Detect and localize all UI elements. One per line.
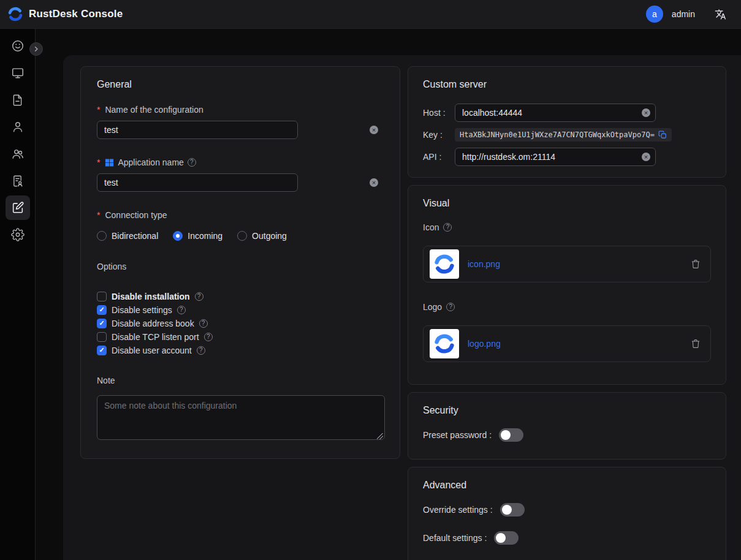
gear-icon	[11, 228, 25, 241]
logo-upload-box: logo.png	[423, 325, 711, 362]
header: RustDesk Console a admin	[0, 0, 741, 29]
required-marker	[97, 210, 101, 220]
sidebar-item-devices[interactable]	[6, 61, 30, 85]
checkbox-disable-settings[interactable]: Disable settings	[97, 303, 384, 317]
translate-icon[interactable]	[715, 9, 726, 20]
application-name-field-wrap	[97, 173, 384, 192]
host-input[interactable]	[455, 104, 656, 122]
options-checkbox-list: Disable installation Disable settings Di…	[97, 290, 384, 357]
icon-label: Icon	[423, 221, 711, 233]
icon-file-link[interactable]: icon.png	[468, 259, 682, 269]
sidebar-item-groups[interactable]	[6, 142, 30, 166]
logo-file-link[interactable]: logo.png	[468, 339, 682, 349]
checkbox-label: Disable settings	[112, 305, 172, 315]
help-icon[interactable]	[197, 346, 205, 355]
sidebar-item-dashboard[interactable]	[6, 34, 30, 58]
api-input[interactable]	[455, 148, 656, 166]
default-settings-toggle[interactable]	[494, 531, 519, 545]
radio-outgoing[interactable]: Outgoing	[237, 231, 287, 241]
help-icon[interactable]	[199, 319, 208, 328]
override-settings-label: Override settings :	[423, 505, 493, 515]
sidebar-item-audit[interactable]	[6, 168, 30, 193]
application-name-input[interactable]	[97, 173, 298, 192]
preset-password-toggle[interactable]	[499, 428, 523, 442]
options-label: Options	[97, 262, 384, 274]
rustdesk-logo-icon	[7, 6, 23, 22]
trash-icon[interactable]	[691, 259, 701, 269]
app-title: RustDesk Console	[29, 8, 123, 20]
key-label: Key :	[423, 130, 455, 140]
sidebar-item-users[interactable]	[6, 115, 30, 139]
file-icon	[11, 94, 24, 107]
user-icon	[11, 120, 25, 134]
header-right: a admin	[646, 6, 726, 23]
checkbox-box	[97, 305, 107, 315]
checkbox-label: Disable installation	[112, 292, 190, 301]
file-person-icon	[11, 175, 24, 187]
host-label: Host :	[423, 108, 455, 118]
main-panel: General Name of the configuration Applic…	[63, 55, 741, 560]
help-icon[interactable]	[204, 333, 213, 341]
avatar[interactable]: a	[646, 6, 663, 23]
key-value: HtaXBkJNHyn0e1U1jWXze7A7CN7QTGWqxkOtpaVp…	[460, 131, 655, 139]
connection-type-label: Connection type	[97, 209, 384, 221]
resize-grip[interactable]	[377, 433, 383, 439]
smile-icon	[11, 39, 25, 53]
users-icon	[11, 147, 25, 161]
icon-upload-box: icon.png	[423, 246, 711, 282]
copy-icon[interactable]	[658, 131, 667, 139]
host-row: Host :	[423, 104, 711, 122]
checkbox-box	[97, 292, 107, 301]
brand: RustDesk Console	[7, 6, 123, 22]
required-marker	[97, 157, 101, 167]
radio-incoming[interactable]: Incoming	[173, 231, 222, 241]
checkbox-label: Disable address book	[112, 319, 194, 328]
help-icon[interactable]	[446, 303, 455, 311]
radio-label: Bidirectional	[112, 231, 158, 241]
note-field-wrap	[97, 395, 385, 442]
clear-icon[interactable]	[370, 178, 378, 187]
monitor-icon	[11, 66, 25, 80]
chevron-right-icon	[32, 45, 40, 53]
username[interactable]: admin	[672, 9, 695, 19]
checkbox-label: Disable TCP listen port	[112, 332, 199, 342]
sidebar-expand-button[interactable]	[29, 42, 43, 56]
checkbox-disable-user-account[interactable]: Disable user account	[97, 344, 384, 357]
sidebar-item-documents[interactable]	[6, 88, 30, 112]
radio-circle	[97, 231, 107, 241]
custom-server-title: Custom server	[423, 79, 711, 90]
advanced-card: Advanced Override settings : Default set…	[408, 467, 726, 560]
sidebar-item-custom-clients[interactable]	[6, 195, 30, 220]
help-icon[interactable]	[195, 292, 203, 301]
help-icon[interactable]	[188, 158, 196, 167]
checkbox-disable-tcp-listen-port[interactable]: Disable TCP listen port	[97, 330, 384, 344]
windows-logo-icon	[105, 158, 114, 167]
clear-icon[interactable]	[642, 108, 650, 117]
general-title: General	[97, 79, 384, 90]
help-icon[interactable]	[177, 306, 186, 314]
advanced-title: Advanced	[423, 480, 711, 491]
avatar-initial: a	[652, 9, 657, 19]
override-settings-toggle[interactable]	[500, 503, 525, 516]
default-settings-row: Default settings :	[423, 531, 711, 545]
required-marker	[97, 105, 101, 115]
checkbox-disable-installation[interactable]: Disable installation	[97, 290, 384, 303]
logo-label: Logo	[423, 301, 711, 313]
key-chip: HtaXBkJNHyn0e1U1jWXze7A7CN7QTGWqxkOtpaVp…	[455, 128, 672, 142]
icon-thumbnail	[430, 249, 459, 279]
connection-type-radio-group: Bidirectional Incoming Outgoing	[97, 230, 384, 242]
config-name-input[interactable]	[97, 121, 298, 139]
radio-bidirectional[interactable]: Bidirectional	[97, 231, 158, 241]
note-label: Note	[97, 376, 384, 388]
note-textarea[interactable]	[97, 395, 385, 440]
checkbox-disable-address-book[interactable]: Disable address book	[97, 317, 384, 330]
sidebar-item-settings[interactable]	[6, 222, 30, 247]
right-column: Custom server Host : Key : HtaXBkJNHyn0e…	[408, 66, 726, 560]
checkbox-box	[97, 332, 107, 342]
trash-icon[interactable]	[691, 339, 701, 349]
clear-icon[interactable]	[642, 153, 650, 161]
clear-icon[interactable]	[370, 126, 378, 134]
sidebar	[0, 29, 36, 560]
edit-icon	[11, 201, 25, 214]
help-icon[interactable]	[443, 223, 452, 232]
